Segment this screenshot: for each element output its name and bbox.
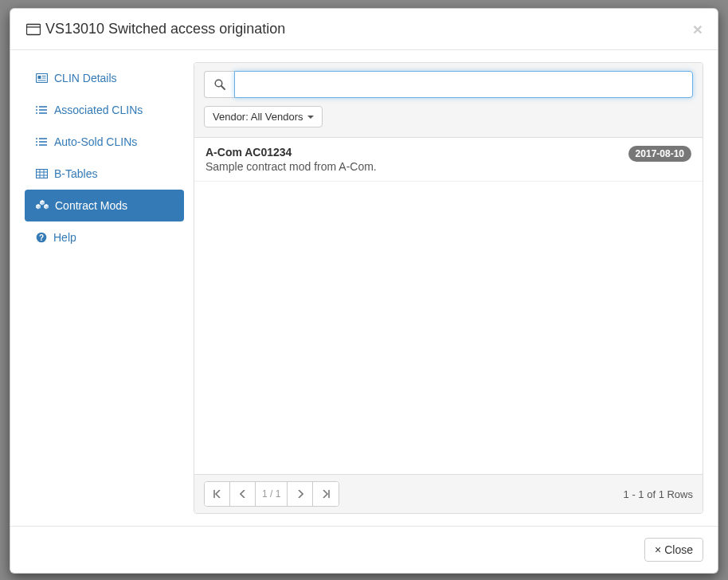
sidebar-item-associated-clins[interactable]: Associated CLINs	[25, 94, 184, 126]
list-icon	[36, 105, 48, 115]
svg-rect-0	[27, 24, 41, 34]
card-icon	[36, 73, 48, 83]
search-icon	[204, 71, 234, 98]
list-icon	[36, 137, 48, 147]
sidebar-item-label: Contract Mods	[55, 199, 127, 212]
sidebar-item-label: Help	[53, 231, 76, 244]
sidebar-item-label: Associated CLINs	[54, 104, 143, 116]
results-list: 2017-08-10 A-Com AC01234 Sample contract…	[194, 138, 703, 474]
sidebar-item-clin-details[interactable]: CLIN Details	[25, 62, 184, 94]
item-description: Sample contract mod from A-Com.	[205, 160, 691, 173]
sidebar-item-help[interactable]: ? Help	[25, 221, 184, 253]
chevron-left-icon	[240, 490, 246, 498]
window-icon	[26, 23, 41, 36]
date-badge: 2017-08-10	[628, 146, 691, 162]
modal-title: VS13010 Switched access origination	[26, 21, 285, 37]
help-icon: ?	[36, 232, 47, 243]
pager-page-text: 1 / 1	[256, 482, 288, 506]
svg-text:?: ?	[39, 233, 44, 242]
sidebar-item-label: B-Tables	[54, 167, 97, 180]
vendor-filter-label: Vendor: All Vendors	[213, 111, 303, 123]
sidebar-item-b-tables[interactable]: B-Tables	[25, 158, 184, 190]
list-item[interactable]: 2017-08-10 A-Com AC01234 Sample contract…	[194, 138, 703, 182]
pager-next-button[interactable]	[288, 482, 313, 506]
vendor-filter-button[interactable]: Vendor: All Vendors	[204, 106, 323, 127]
first-page-icon	[213, 490, 221, 498]
results-panel: Vendor: All Vendors 2017-08-10 A-Com AC0…	[194, 62, 703, 514]
caret-down-icon	[307, 116, 314, 119]
modal-dialog: VS13010 Switched access origination × CL…	[10, 8, 718, 574]
sidebar-item-contract-mods[interactable]: Contract Mods	[25, 190, 184, 221]
pager-prev-button[interactable]	[230, 482, 256, 506]
svg-line-36	[221, 86, 225, 89]
cubes-icon	[36, 200, 49, 211]
sidebar-item-auto-sold-clins[interactable]: Auto-Sold CLINs	[25, 126, 184, 158]
table-icon	[36, 169, 48, 178]
item-title: A-Com AC01234	[205, 146, 691, 159]
modal-body: CLIN Details Associated CLINs	[10, 50, 718, 526]
filter-row: Vendor: All Vendors	[204, 106, 693, 127]
sidebar: CLIN Details Associated CLINs	[10, 62, 184, 514]
sidebar-item-label: Auto-Sold CLINs	[54, 135, 137, 148]
pager-last-button[interactable]	[313, 482, 339, 506]
pager: 1 / 1	[204, 481, 339, 507]
svg-rect-19	[37, 170, 48, 178]
close-x-icon: ×	[655, 543, 661, 556]
panel-footer: 1 / 1 1 - 1 of 1	[194, 474, 703, 513]
close-icon[interactable]: ×	[690, 21, 706, 37]
chevron-right-icon	[297, 490, 303, 498]
last-page-icon	[322, 490, 330, 498]
modal-header: VS13010 Switched access origination ×	[10, 9, 718, 50]
modal-footer: × Close	[10, 526, 718, 573]
rows-info: 1 - 1 of 1 Rows	[624, 488, 693, 500]
pager-first-button[interactable]	[205, 482, 230, 506]
close-button[interactable]: × Close	[644, 538, 703, 562]
search-input[interactable]	[234, 71, 693, 98]
panel-toolbar: Vendor: All Vendors	[194, 63, 703, 138]
search-row	[204, 71, 693, 98]
sidebar-item-label: CLIN Details	[54, 72, 117, 84]
main-panel: Vendor: All Vendors 2017-08-10 A-Com AC0…	[184, 62, 718, 514]
svg-rect-3	[38, 76, 41, 79]
modal-title-text: VS13010 Switched access origination	[45, 21, 285, 37]
close-button-label: Close	[664, 543, 693, 556]
